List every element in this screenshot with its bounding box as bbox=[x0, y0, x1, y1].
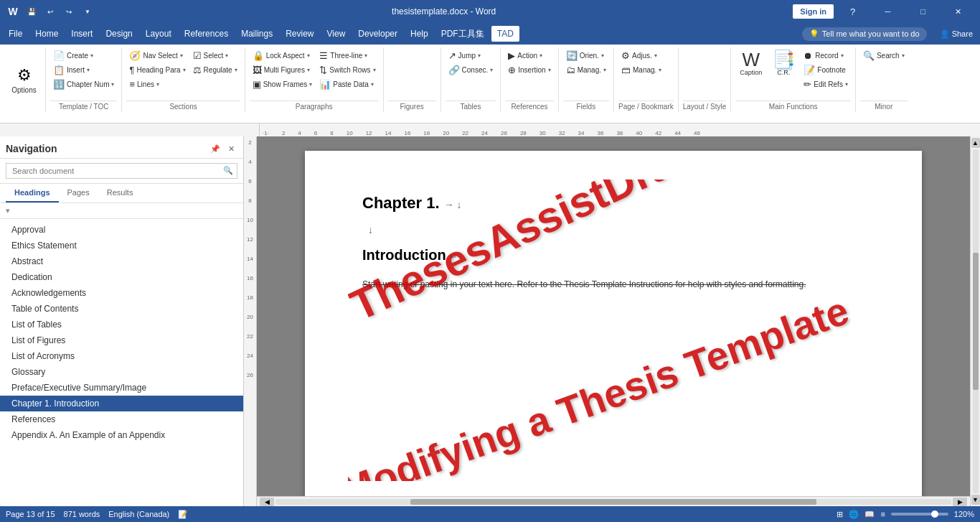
vertical-scrollbar[interactable]: ▲ ▼ bbox=[970, 136, 980, 506]
zoom-slider[interactable] bbox=[891, 513, 948, 516]
nav-item-abstract[interactable]: Abstract bbox=[0, 253, 243, 269]
heading-para-btn[interactable]: ¶ Heading Para ▾ bbox=[126, 63, 188, 77]
adjus-icon: ⚙ bbox=[621, 50, 630, 61]
redo-btn[interactable]: ↪ bbox=[62, 4, 76, 19]
edit-refs-btn[interactable]: ✏ Edit Refs ▾ bbox=[801, 78, 851, 91]
ribbon: ⚙ Options 📄 Create ▾ 📋 Insert ▾ bbox=[0, 45, 980, 123]
nav-tab-pages[interactable]: Pages bbox=[59, 184, 98, 202]
show-frames-icon: ▣ bbox=[253, 79, 261, 90]
three-line-btn[interactable]: ☰ Three-line ▾ bbox=[316, 49, 378, 62]
menu-help[interactable]: Help bbox=[405, 26, 434, 42]
close-btn[interactable]: ✕ bbox=[942, 0, 974, 23]
manag2-btn[interactable]: 🗃 Manag. ▾ bbox=[618, 63, 664, 77]
nav-item-toc[interactable]: Table of Contents bbox=[0, 301, 243, 317]
orien-btn[interactable]: 🔄 Orien. ▾ bbox=[563, 49, 609, 62]
scroll-up-btn[interactable]: ▲ bbox=[971, 138, 980, 148]
jump-btn[interactable]: ↗ Jump ▾ bbox=[446, 49, 496, 62]
menu-tad[interactable]: TAD bbox=[491, 26, 519, 42]
show-frames-btn[interactable]: ▣ Show Frames ▾ bbox=[250, 78, 316, 91]
nav-item-approval[interactable]: Approval bbox=[0, 222, 243, 238]
view-read-btn[interactable]: 📖 bbox=[864, 510, 875, 519]
paste-data-btn[interactable]: 📊 Paste Data ▾ bbox=[316, 78, 378, 91]
undo-btn[interactable]: ↩ bbox=[43, 4, 57, 19]
nav-item-acronyms[interactable]: List of Acronyms bbox=[0, 348, 243, 364]
nav-tab-results[interactable]: Results bbox=[98, 184, 142, 202]
multi-figures-btn[interactable]: 🖼 Multi Figures ▾ bbox=[250, 63, 316, 77]
search-ribbon-btn[interactable]: 🔍 Search ▾ bbox=[860, 49, 908, 62]
menu-review[interactable]: Review bbox=[280, 26, 319, 42]
scroll-v-track[interactable] bbox=[973, 149, 979, 493]
menu-layout[interactable]: Layout bbox=[140, 26, 177, 42]
nav-close-btn[interactable]: ✕ bbox=[225, 142, 237, 155]
view-outline-btn[interactable]: ≡ bbox=[880, 510, 885, 518]
nav-item-lof[interactable]: List of Figures bbox=[0, 332, 243, 348]
consec-btn[interactable]: 🔗 Consec. ▾ bbox=[446, 63, 496, 77]
zoom-thumb[interactable] bbox=[931, 511, 938, 518]
zoom-level[interactable]: 120% bbox=[954, 510, 974, 518]
customize-btn[interactable]: ▼ bbox=[80, 4, 95, 19]
menu-file[interactable]: File bbox=[3, 26, 28, 42]
caption-btn[interactable]: W Caption bbox=[735, 49, 766, 78]
view-print-btn[interactable]: ⊞ bbox=[837, 510, 843, 519]
scroll-left-btn[interactable]: ◀ bbox=[260, 498, 274, 506]
menu-home[interactable]: Home bbox=[29, 26, 64, 42]
select-btn[interactable]: ☑ Select ▾ bbox=[190, 49, 240, 62]
minimize-btn[interactable]: ─ bbox=[872, 0, 904, 23]
nav-item-preface[interactable]: Preface/Executive Summary/Image bbox=[0, 380, 243, 396]
sign-in-button[interactable]: Sign in bbox=[793, 4, 834, 19]
nav-item-ethics[interactable]: Ethics Statement bbox=[0, 238, 243, 253]
share-button[interactable]: 👤 Share bbox=[936, 29, 977, 39]
insert-btn[interactable]: 📋 Insert ▾ bbox=[50, 63, 117, 77]
menu-view[interactable]: View bbox=[321, 26, 352, 42]
manag-btn[interactable]: 🗂 Manag. ▾ bbox=[563, 63, 609, 77]
record-btn[interactable]: ⏺ Record ▾ bbox=[801, 49, 851, 62]
scroll-right-btn[interactable]: ▶ bbox=[953, 498, 967, 506]
help-icon[interactable]: ? bbox=[837, 0, 869, 23]
nav-item-acknowledgements[interactable]: Acknowledgements bbox=[0, 285, 243, 301]
nav-item-glossary[interactable]: Glossary bbox=[0, 364, 243, 380]
adjus-btn[interactable]: ⚙ Adjus. ▾ bbox=[618, 49, 664, 62]
layout-style-label: Layout / Style bbox=[683, 101, 727, 112]
menu-references[interactable]: References bbox=[179, 26, 234, 42]
scroll-track[interactable] bbox=[275, 499, 951, 505]
lines-btn[interactable]: ≡ Lines ▾ bbox=[126, 78, 188, 91]
nav-item-chapter1[interactable]: Chapter 1. Introduction bbox=[0, 396, 243, 411]
footnote-btn[interactable]: 📝 Footnote bbox=[801, 63, 851, 77]
nav-item-references[interactable]: References bbox=[0, 411, 243, 427]
view-web-btn[interactable]: 🌐 bbox=[849, 510, 859, 519]
nav-search-input[interactable] bbox=[6, 163, 237, 179]
options-button[interactable]: ⚙ Options bbox=[3, 47, 46, 112]
nav-tab-headings[interactable]: Headings bbox=[6, 184, 59, 202]
nav-item-appendix[interactable]: Appendix A. An Example of an Appendix bbox=[0, 427, 243, 443]
chapter-num-btn[interactable]: 🔢 Chapter Num ▾ bbox=[50, 78, 117, 91]
tell-me-input[interactable]: 💡 Tell me what you want to do bbox=[802, 27, 927, 41]
nav-title: Navigation bbox=[6, 143, 57, 154]
scroll-v-thumb[interactable] bbox=[973, 253, 979, 391]
scroll-down-btn[interactable]: ▼ bbox=[971, 495, 980, 505]
ribbon-group-sections: 🧭 Nav Select ▾ ¶ Heading Para ▾ ≡ Lines … bbox=[122, 47, 245, 112]
nav-filter-label: ▾ bbox=[6, 206, 237, 215]
ribbon-group-paragraphs: 🔒 Lock Aspect ▾ 🖼 Multi Figures ▾ ▣ Show… bbox=[245, 47, 384, 112]
lock-aspect-btn[interactable]: 🔒 Lock Aspect ▾ bbox=[250, 49, 316, 62]
maximize-btn[interactable]: □ bbox=[907, 0, 939, 23]
nav-pin-btn[interactable]: 📌 bbox=[209, 142, 222, 155]
menu-insert[interactable]: Insert bbox=[65, 26, 98, 42]
insertion-btn[interactable]: ⊕ Insertion ▾ bbox=[505, 63, 553, 77]
menu-developer[interactable]: Developer bbox=[352, 26, 403, 42]
save-btn[interactable]: 💾 bbox=[24, 4, 39, 19]
word-icon: W bbox=[6, 4, 20, 19]
nav-item-dedication[interactable]: Dedication bbox=[0, 269, 243, 285]
nav-select-btn[interactable]: 🧭 Nav Select ▾ bbox=[126, 49, 188, 62]
horizontal-scrollbar[interactable]: ◀ ▶ bbox=[257, 496, 970, 506]
menu-design[interactable]: Design bbox=[100, 26, 138, 42]
document-scroll-area[interactable]: ThesesAssistDrawer Modifying a Thesis Te… bbox=[257, 136, 970, 496]
switch-rows-btn[interactable]: ⇅ Switch Rows ▾ bbox=[316, 63, 378, 77]
cr-btn[interactable]: 📑 C.R. bbox=[768, 49, 799, 78]
scroll-thumb[interactable] bbox=[410, 499, 816, 505]
menu-mailings[interactable]: Mailings bbox=[235, 26, 278, 42]
regulate-btn[interactable]: ⚖ Regulate ▾ bbox=[190, 63, 240, 77]
create-btn[interactable]: 📄 Create ▾ bbox=[50, 49, 117, 62]
nav-item-lot[interactable]: List of Tables bbox=[0, 317, 243, 332]
menu-pdf[interactable]: PDF工具集 bbox=[435, 25, 490, 43]
action-btn[interactable]: ▶ Action ▾ bbox=[505, 49, 553, 62]
